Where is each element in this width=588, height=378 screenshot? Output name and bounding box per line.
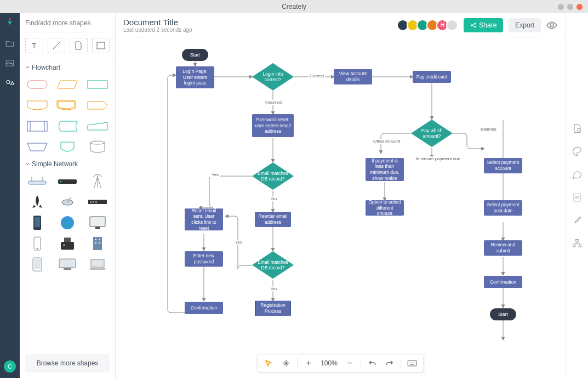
palette-icon[interactable] (572, 146, 583, 157)
node-conf1[interactable]: Confirmation (185, 302, 223, 314)
notes-icon[interactable] (572, 192, 583, 203)
export-button[interactable]: Export (509, 18, 541, 32)
node-optsel[interactable]: Option to select different amount (366, 200, 404, 216)
svg-rect-35 (99, 242, 100, 244)
shape-desktop[interactable] (55, 257, 80, 272)
search-input[interactable] (25, 19, 110, 27)
node-seldate[interactable]: Select payment post date (484, 200, 522, 216)
pan-tool[interactable] (278, 356, 294, 370)
shape-rocket[interactable] (25, 194, 50, 210)
shape-fax[interactable] (55, 236, 80, 251)
zoom-in[interactable]: + (301, 356, 316, 370)
svg-rect-28 (61, 242, 74, 250)
shape-tower[interactable] (85, 173, 110, 189)
browse-more-button[interactable]: Browse more shapes (25, 354, 110, 373)
main-area: Document Title Last updated 2 seconds ag… (116, 13, 565, 378)
node-acct[interactable]: View account details (334, 69, 372, 84)
page-settings-icon[interactable] (572, 123, 583, 134)
shape-database[interactable] (85, 139, 110, 155)
line-tool[interactable] (48, 38, 66, 53)
shape-trap[interactable] (25, 139, 50, 155)
collaborator-avatars[interactable]: H (399, 19, 458, 31)
shape-phone[interactable] (25, 215, 50, 230)
node-conf2[interactable]: Confirmation (484, 276, 522, 288)
min-icon[interactable] (558, 4, 564, 10)
shape-process[interactable] (85, 77, 110, 92)
shape-subprocess[interactable] (25, 119, 50, 134)
node-minpay[interactable]: If payment is less than minimum due, sho… (366, 158, 404, 181)
shape-display[interactable] (25, 98, 50, 113)
svg-rect-33 (99, 239, 100, 240)
share-button[interactable]: Share (464, 18, 503, 32)
svg-rect-29 (64, 238, 71, 242)
shape-modem[interactable] (55, 173, 80, 189)
shape-mobile[interactable] (25, 236, 50, 251)
text-tool[interactable]: T (25, 38, 43, 53)
layout-icon[interactable] (572, 238, 583, 249)
close-icon[interactable] (576, 4, 583, 10)
right-rail (565, 13, 588, 378)
node-emailmatch1[interactable]: Email matches DB record? (252, 162, 294, 190)
canvas[interactable]: Start Login Page: User enters login/ pas… (116, 37, 565, 378)
shape-laptop[interactable] (85, 257, 110, 272)
shape-satellite[interactable] (55, 194, 80, 210)
folder-icon[interactable] (5, 38, 15, 48)
edge-label: Incorrect (264, 100, 283, 105)
image-icon[interactable] (5, 58, 15, 68)
node-resetemail[interactable]: Reset email sent. User clicks link to re… (185, 208, 223, 230)
node-paywhich[interactable]: Pay which amount? (411, 120, 453, 147)
search-box (20, 13, 115, 32)
node-login[interactable]: Login Page: User enters login/ pass (176, 66, 214, 88)
max-icon[interactable] (567, 4, 573, 10)
svg-rect-45 (408, 360, 416, 366)
node-review[interactable]: Review and submit (484, 240, 522, 256)
svg-point-27 (37, 248, 38, 250)
node-loginok[interactable]: Login info correct? (252, 63, 294, 91)
shapes-icon[interactable] (5, 78, 15, 88)
shape-multidoc[interactable] (55, 98, 80, 113)
node-regproc[interactable]: Registration Process (255, 301, 291, 316)
keyboard-icon[interactable] (404, 356, 420, 370)
node-end[interactable]: Start (490, 308, 516, 320)
shape-building[interactable] (85, 236, 110, 251)
node-start[interactable]: Start (182, 49, 208, 61)
preview-icon[interactable] (546, 21, 557, 29)
shape-tablet[interactable] (25, 257, 50, 272)
svg-rect-22 (35, 217, 40, 227)
svg-rect-19 (93, 201, 94, 203)
undo-button[interactable] (364, 356, 380, 370)
comment-icon[interactable] (572, 169, 583, 180)
zoom-level[interactable]: 100% (318, 359, 340, 367)
shape-tag[interactable] (85, 98, 110, 113)
shape-switch[interactable] (85, 194, 110, 210)
brush-icon[interactable] (572, 215, 583, 226)
edge-label: Balance (479, 127, 498, 132)
node-selacct[interactable]: Select payment account (484, 158, 522, 173)
shape-globe[interactable] (55, 215, 80, 230)
node-reenter[interactable]: Reenter email address (255, 212, 291, 227)
redo-button[interactable] (382, 356, 397, 370)
shape-data[interactable] (55, 77, 80, 92)
shape-router[interactable] (25, 173, 50, 189)
shape-terminator[interactable] (25, 77, 50, 92)
rect-tool[interactable] (92, 38, 110, 53)
page-tool[interactable] (70, 38, 88, 53)
node-pwreset[interactable]: Password reset: user enters email addres… (252, 114, 294, 137)
user-badge[interactable]: C (4, 360, 16, 373)
svg-point-1 (7, 81, 10, 84)
node-newpw[interactable]: Enter new password (185, 251, 223, 267)
avatar[interactable] (446, 19, 458, 31)
section-flowchart[interactable]: Flowchart (20, 59, 115, 74)
shape-monitor[interactable] (85, 215, 110, 230)
section-simple-network[interactable]: Simple Network (20, 156, 115, 170)
node-paycc[interactable]: Pay credit card (413, 71, 451, 83)
shape-stored[interactable] (55, 119, 80, 134)
shape-manual[interactable] (85, 119, 110, 134)
svg-rect-49 (573, 245, 575, 247)
doc-title[interactable]: Document Title (123, 18, 192, 27)
node-emailmatch2[interactable]: Email matches DB record? (252, 251, 294, 279)
zoom-out[interactable]: − (342, 356, 357, 370)
shape-pentagon[interactable] (55, 139, 80, 155)
pointer-tool[interactable] (261, 356, 276, 370)
svg-point-9 (90, 141, 105, 144)
